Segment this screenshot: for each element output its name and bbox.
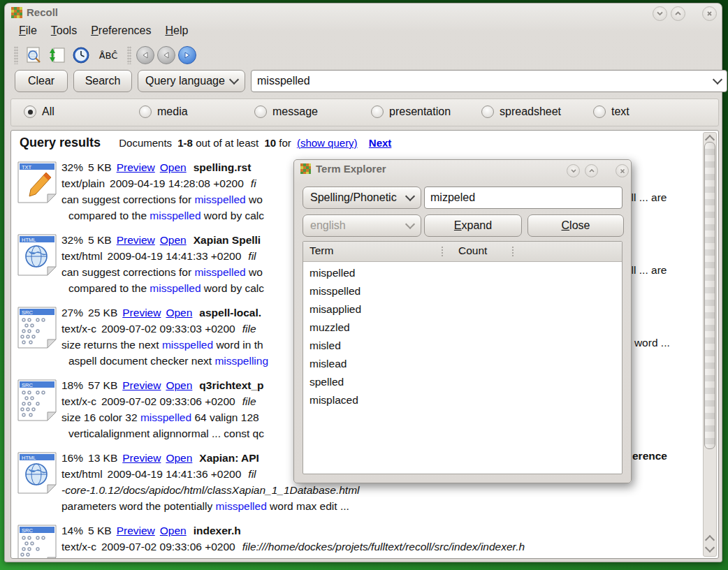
term-input[interactable]: mizpeled (424, 187, 623, 209)
maximize-button[interactable] (585, 164, 598, 177)
term-input-value: mizpeled (430, 191, 475, 204)
document-history-button[interactable] (71, 45, 92, 66)
result-title: spelling.rst (194, 161, 252, 173)
search-button[interactable]: Search (73, 70, 132, 92)
chevron-up-icon (674, 10, 683, 17)
html-file-icon: HTML (17, 233, 57, 277)
close-button[interactable] (702, 6, 717, 21)
next-page-link[interactable]: Next (369, 137, 392, 149)
open-link[interactable]: Open (160, 234, 187, 246)
minimize-button[interactable] (653, 6, 667, 21)
clear-button[interactable]: Clear (15, 70, 68, 92)
scroll-down-icon[interactable] (705, 543, 715, 553)
chevron-up-icon (588, 168, 596, 175)
preview-link[interactable]: Preview (122, 452, 161, 464)
sort-parameters-button[interactable] (47, 45, 68, 66)
term-row[interactable]: spelled (303, 373, 622, 391)
open-link[interactable]: Open (166, 452, 192, 464)
toolbar: ÅBĈ (12, 43, 196, 68)
toolbar-handle[interactable] (127, 46, 131, 64)
expand-button[interactable]: Expand (424, 214, 522, 237)
term-row[interactable]: misled (303, 337, 622, 355)
svg-text:TXT: TXT (22, 164, 32, 170)
svg-text:SRC: SRC (22, 527, 33, 534)
menu-preferences[interactable]: Preferences (87, 23, 155, 41)
radio-all[interactable]: All (24, 105, 54, 118)
maximize-button[interactable] (671, 6, 685, 21)
chevron-down-icon (405, 219, 415, 229)
recoll-logo-icon (11, 7, 22, 18)
arrow-left-icon (162, 51, 170, 59)
result-row: SRC 14%5 KBPreviewOpenindexer.h text/x-c… (17, 522, 699, 559)
count-column-header[interactable]: Count (458, 244, 487, 257)
open-link[interactable]: Open (160, 525, 187, 536)
window-titlebar[interactable]: Recoll (5, 3, 722, 22)
advanced-search-button[interactable] (23, 45, 44, 66)
radio-icon (139, 105, 152, 118)
category-bar: All media message presentation spreadshe… (10, 98, 719, 126)
menu-tools[interactable]: Tools (47, 23, 81, 41)
radio-message[interactable]: message (254, 105, 318, 118)
recoll-logo-icon (300, 163, 311, 174)
open-link[interactable]: Open (160, 161, 187, 173)
scrollbar-thumb[interactable] (704, 142, 715, 449)
result-text-fragment: erence (632, 450, 667, 462)
term-explorer-dialog: Term Explorer Spelling/Phonetic mizpeled… (293, 159, 632, 483)
svg-text:SRC: SRC (22, 309, 33, 316)
previous-page-button[interactable] (157, 46, 175, 64)
results-scrollbar[interactable] (703, 132, 717, 557)
language-value: english (310, 219, 346, 232)
language-combobox: english (303, 214, 421, 237)
chevron-down-icon (405, 191, 415, 201)
close-button[interactable] (616, 164, 629, 177)
chevron-down-icon (569, 168, 578, 175)
query-mode-combobox[interactable]: Query language (138, 70, 245, 92)
chevron-down-icon (655, 10, 664, 17)
term-row[interactable]: misplaced (303, 391, 622, 409)
radio-text[interactable]: text (593, 105, 629, 118)
menu-file[interactable]: File (15, 23, 41, 41)
show-query-link[interactable]: (show query) (297, 137, 358, 149)
result-title: aspell-local. (199, 307, 261, 319)
column-separator[interactable] (442, 247, 443, 256)
term-row[interactable]: mislead (303, 355, 622, 373)
search-input[interactable]: misspelled (251, 70, 727, 92)
radio-icon (254, 105, 267, 118)
radio-media[interactable]: media (139, 105, 188, 118)
sort-document-icon (48, 46, 66, 64)
src-file-icon: SRC (17, 306, 57, 349)
preview-link[interactable]: Preview (117, 234, 155, 246)
radio-spreadsheet[interactable]: spreadsheet (481, 105, 561, 118)
term-row[interactable]: mispelled (303, 264, 622, 282)
results-header: Query results Documents 1-8 out of at le… (20, 136, 394, 150)
clock-icon (72, 46, 90, 64)
toolbar-handle[interactable] (14, 46, 18, 64)
open-link[interactable]: Open (166, 379, 192, 391)
term-match-type-value: Spelling/Phonetic (310, 191, 397, 204)
column-separator[interactable] (512, 247, 514, 256)
preview-link[interactable]: Preview (122, 379, 161, 391)
term-row[interactable]: misapplied (303, 300, 622, 319)
radio-presentation[interactable]: presentation (371, 105, 451, 118)
preview-link[interactable]: Preview (117, 161, 155, 173)
term-row[interactable]: muzzled (303, 319, 622, 337)
term-column-header[interactable]: Term (310, 244, 333, 257)
open-link[interactable]: Open (166, 307, 192, 319)
result-title: Xapian Spelli (194, 234, 261, 246)
preview-link[interactable]: Preview (122, 307, 161, 319)
term-explorer-button[interactable]: ÅBĈ (94, 45, 122, 66)
preview-link[interactable]: Preview (117, 525, 155, 536)
search-document-icon (24, 46, 43, 64)
src-file-icon: SRC (17, 524, 57, 559)
close-dialog-button[interactable]: Close (527, 214, 624, 237)
radio-icon (24, 105, 36, 118)
next-page-button[interactable] (178, 46, 196, 64)
html-file-icon: HTML (17, 451, 57, 495)
term-row[interactable]: misspelled (303, 282, 622, 300)
radio-icon (593, 105, 606, 118)
minimize-button[interactable] (567, 164, 580, 177)
dialog-titlebar[interactable]: Term Explorer (294, 160, 631, 179)
menu-help[interactable]: Help (161, 23, 192, 41)
term-match-type-combobox[interactable]: Spelling/Phonetic (303, 187, 421, 209)
first-page-button[interactable] (136, 46, 154, 64)
